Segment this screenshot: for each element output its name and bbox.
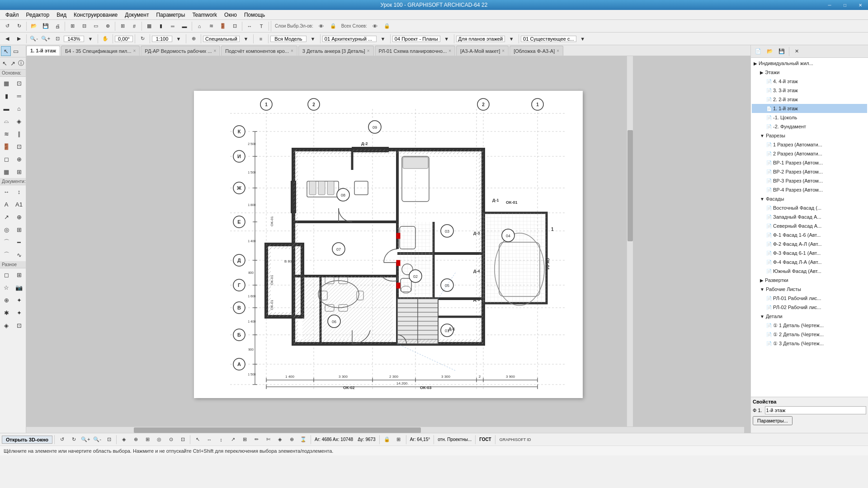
zoom-drop-btn[interactable]: ▼ bbox=[85, 33, 96, 44]
beam-button[interactable]: ═ bbox=[167, 21, 178, 32]
drawing-tool[interactable]: ⊞ bbox=[13, 268, 25, 281]
tree-item-27[interactable]: 📄РЛ-02 Рабочий лис... bbox=[752, 303, 867, 312]
mesh-tool[interactable]: ⊞ bbox=[13, 165, 25, 178]
text-button[interactable]: T bbox=[256, 21, 267, 32]
tree-item-4[interactable]: 📄2. 2-й этаж bbox=[752, 95, 867, 104]
ie-tool[interactable]: ⊕ bbox=[0, 294, 13, 306]
menu-item-помощь[interactable]: Помощь bbox=[241, 11, 269, 19]
tree-item-23[interactable]: 📄Южный Фасад (Авт... bbox=[752, 267, 867, 276]
zoom-out-button[interactable]: 🔍- bbox=[28, 33, 39, 44]
spline-tool[interactable]: ∿ bbox=[13, 249, 25, 261]
snap2-btn[interactable]: ⊕ bbox=[130, 434, 141, 445]
figure-tool[interactable]: ◻ bbox=[0, 268, 13, 281]
layer-all-btn[interactable]: 👁 bbox=[370, 21, 381, 32]
menu-item-конструирование[interactable]: Конструирование bbox=[70, 11, 121, 19]
elevation-tool[interactable]: ⊕ bbox=[13, 211, 25, 223]
info-tool[interactable]: ⓘ bbox=[17, 58, 25, 68]
misc2-tool[interactable]: ⊡ bbox=[13, 319, 25, 332]
tree-item-5[interactable]: 📄1. 1-й этаж bbox=[752, 104, 867, 113]
view-next-button[interactable]: ▶ bbox=[14, 33, 24, 44]
tree-item-25[interactable]: ▼Рабочие Листы bbox=[752, 285, 867, 294]
tab-close-5[interactable]: × bbox=[448, 48, 451, 53]
fill-tool[interactable]: ✱ bbox=[0, 306, 13, 319]
mode-drop-btn[interactable]: ▼ bbox=[241, 33, 251, 44]
tab-7[interactable]: [Обложка Ф-А3-А]× bbox=[509, 46, 563, 56]
tree-item-3[interactable]: 📄3. 3-й этаж bbox=[752, 86, 867, 95]
redo-button[interactable]: ↻ bbox=[14, 21, 24, 32]
deselect-button[interactable]: ⊟ bbox=[79, 21, 90, 32]
tab-close-7[interactable]: × bbox=[557, 48, 559, 53]
menu-item-документ[interactable]: Документ bbox=[121, 11, 152, 19]
tree-item-14[interactable]: 📄ВР-4 Разрез (Автом... bbox=[752, 185, 867, 194]
plan-type[interactable]: Для планов этажей bbox=[456, 36, 505, 42]
tree-item-1[interactable]: ▶Этажи bbox=[752, 68, 867, 77]
curtain-wall-tool[interactable]: ⊡ bbox=[13, 77, 25, 89]
hotspot-tool[interactable]: ✦ bbox=[13, 294, 25, 306]
select2-tool[interactable]: ↖ bbox=[1, 58, 9, 68]
layer-lock-all-btn[interactable]: 🔒 bbox=[382, 21, 392, 32]
railing-tool[interactable]: ∥ bbox=[13, 127, 25, 140]
tab-2[interactable]: РД-АР Ведомость рабочих ...× bbox=[141, 46, 220, 56]
tree-item-29[interactable]: 📄① 1 Деталь (Чертеж... bbox=[752, 321, 867, 330]
prop-params-button[interactable]: Параметры... bbox=[753, 416, 793, 425]
tab-1[interactable]: Б4 - 35 Спецификация пил...× bbox=[61, 46, 140, 56]
tree-item-0[interactable]: ▶Индивидуальный жил... bbox=[752, 59, 867, 68]
tab-close-1[interactable]: × bbox=[133, 48, 136, 53]
model-drop-btn[interactable]: ▼ bbox=[307, 33, 318, 44]
grid-button[interactable]: ⊞ bbox=[117, 21, 128, 32]
plan-drop-btn[interactable]: ▼ bbox=[506, 33, 517, 44]
zoom-in-button[interactable]: 🔍+ bbox=[40, 33, 51, 44]
shape-tool[interactable]: ▭ bbox=[11, 46, 21, 56]
nav-fwd-btn[interactable]: ↻ bbox=[68, 434, 79, 445]
vertical-scrollbar[interactable] bbox=[627, 56, 633, 427]
tree-item-24[interactable]: ▶Развертки bbox=[752, 276, 867, 285]
camera-tool[interactable]: 📷 bbox=[13, 281, 25, 294]
edit4-btn[interactable]: ↗ bbox=[227, 434, 238, 445]
model-field[interactable]: Вся Модель bbox=[270, 36, 307, 42]
door-tool[interactable]: 🚪 bbox=[0, 140, 13, 153]
tree-item-10[interactable]: 📄2 Разрез (Автомати... bbox=[752, 149, 867, 158]
angle-field[interactable]: 0,00° bbox=[115, 36, 133, 42]
edit1-btn[interactable]: ↖ bbox=[192, 434, 203, 445]
tree-item-2[interactable]: 📄4. 4-й этаж bbox=[752, 77, 867, 86]
fit-all-btn[interactable]: ⊡ bbox=[104, 434, 114, 445]
window-button[interactable]: ⊡ bbox=[229, 21, 240, 32]
column-button[interactable]: ▮ bbox=[156, 21, 166, 32]
guidelines-button[interactable]: # bbox=[129, 21, 140, 32]
stair-tool[interactable]: ≋ bbox=[0, 127, 13, 140]
arc-tool[interactable]: ⌒ bbox=[0, 249, 13, 261]
tab-3[interactable]: Подсчёт компонентов кро...× bbox=[221, 46, 297, 56]
roof-tool[interactable]: ⌂ bbox=[13, 102, 25, 115]
tree-item-19[interactable]: 📄Ф-1 Фасад 1-6 (Авт... bbox=[752, 230, 867, 239]
tree-item-9[interactable]: 📄1 Разрез (Автомати... bbox=[752, 140, 867, 149]
menu-item-teamwork[interactable]: Teamwork bbox=[189, 11, 221, 19]
save-button[interactable]: 💾 bbox=[40, 21, 51, 32]
arrow-tool[interactable]: ↖ bbox=[1, 46, 11, 56]
dim-button[interactable]: ↔ bbox=[244, 21, 255, 32]
move-tool[interactable]: ✦ bbox=[13, 306, 25, 319]
light-tool[interactable]: ☆ bbox=[0, 281, 13, 294]
mode-field[interactable]: Специальный bbox=[203, 36, 240, 42]
edit8-btn[interactable]: ◈ bbox=[274, 434, 285, 445]
coord-lock-btn[interactable]: 🔒 bbox=[382, 434, 392, 445]
edit7-btn[interactable]: ✄ bbox=[263, 434, 274, 445]
select-all-button[interactable]: ⊞ bbox=[67, 21, 78, 32]
dim-tool[interactable]: ↔ bbox=[0, 185, 13, 198]
morph-tool[interactable]: ◈ bbox=[13, 115, 25, 127]
door-button[interactable]: 🚪 bbox=[217, 21, 228, 32]
wall-button[interactable]: ▦ bbox=[144, 21, 155, 32]
menu-item-окно[interactable]: Окно bbox=[221, 11, 241, 19]
undo-button[interactable]: ↺ bbox=[2, 21, 13, 32]
menu-item-вид[interactable]: Вид bbox=[53, 11, 70, 19]
detail-tool[interactable]: ◎ bbox=[0, 223, 13, 236]
layer-eye-button[interactable]: 👁 bbox=[316, 21, 327, 32]
zoom-marquee-button[interactable]: ⊕ bbox=[102, 21, 113, 32]
open-3d-button[interactable]: Открыть 3D-окно bbox=[2, 436, 52, 444]
snap1-btn[interactable]: ◈ bbox=[118, 434, 129, 445]
minimize-button[interactable]: ─ bbox=[822, 0, 837, 10]
beam-tool[interactable]: ═ bbox=[13, 89, 25, 102]
tab-5[interactable]: РЛ-01 Схема планировочно...× bbox=[375, 46, 456, 56]
tree-item-7[interactable]: 📄-2. Фундамент bbox=[752, 122, 867, 131]
level-dim-tool[interactable]: ↕ bbox=[13, 185, 25, 198]
filter-button[interactable]: ≡ bbox=[255, 33, 266, 44]
